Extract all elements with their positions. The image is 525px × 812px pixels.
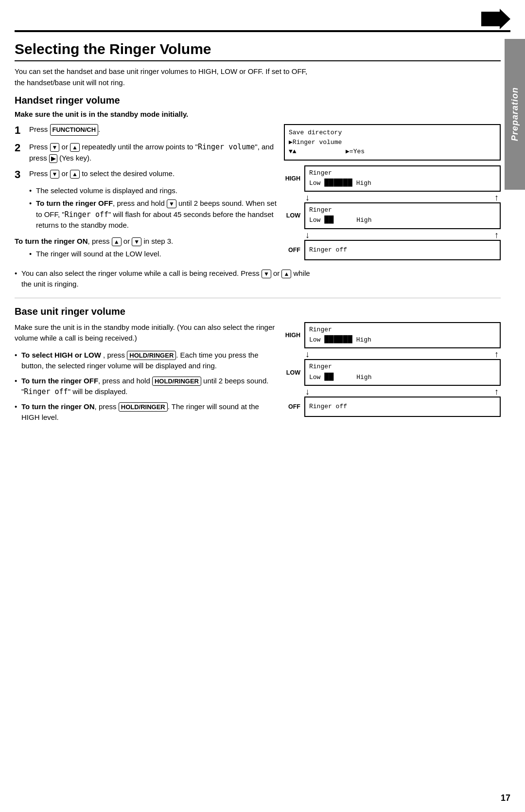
up-arrow-icon-2: ↑ — [494, 231, 499, 239]
extra-bullet-1: •You can also select the ringer volume w… — [15, 268, 316, 290]
base-two-col: Make sure the unit is in the standby mod… — [15, 322, 501, 427]
base-off-box: Ringer off — [304, 397, 501, 417]
base-right-col: HIGH Ringer Low ██████ High ↓ ↑ LOW Ring… — [284, 322, 501, 418]
base-bullet-1: • To select HIGH or LOW , press HOLD/RIN… — [15, 350, 277, 372]
high-box-line1: Ringer — [309, 169, 496, 178]
base-intro: Make sure the unit is in the standby mod… — [15, 322, 277, 344]
low-label: LOW — [284, 212, 302, 219]
off-box: Ringer off — [304, 240, 501, 260]
step-1-num: 1 — [15, 124, 25, 137]
base-low-vol-row: LOW Ringer Low ██ High — [284, 359, 501, 386]
handset-section: Handset ringer volume Make sure the unit… — [15, 95, 501, 290]
off-label: OFF — [284, 247, 302, 253]
hold-ringer-key-1: HOLD/RINGER — [127, 351, 176, 360]
base-low-label: LOW — [284, 369, 302, 376]
base-section: Base unit ringer volume Make sure the un… — [15, 306, 501, 427]
high-vol-row: HIGH Ringer Low ██████ High — [284, 165, 501, 192]
bullet-2: •To turn the ringer OFF, press and hold … — [29, 198, 277, 231]
base-bullet-2-bold: To turn the ringer OFF — [21, 377, 98, 385]
down-key-2: ▼ — [50, 170, 60, 179]
base-down-arrow-2: ↓ — [305, 387, 310, 396]
base-bullet-1-text: , press — [103, 351, 127, 359]
bold-instruction: Make sure the unit is in the standby mod… — [15, 110, 501, 118]
preparation-tab: Preparation — [505, 39, 525, 190]
base-bullet-1-bold: To select HIGH or LOW — [21, 351, 101, 359]
step-3-text: Press ▼ or ▲ to select the desired volum… — [29, 168, 175, 180]
high-box-line2: Low ██████ High — [309, 178, 496, 188]
low-box-line2: Low ██ High — [309, 215, 496, 225]
base-off-box-text: Ringer off — [309, 402, 496, 411]
down-key-3: ▼ — [167, 199, 176, 208]
base-down-arrow-1: ↓ — [305, 350, 310, 359]
step-2-text: Press ▼ or ▲ repeatedly until the arrow … — [29, 142, 277, 163]
page-number: 17 — [501, 793, 510, 803]
base-bullet-3-bold: To turn the ringer ON — [21, 402, 95, 411]
base-off-label: OFF — [284, 403, 302, 410]
up-key-5: ▲ — [281, 270, 291, 278]
step-3: 3 Press ▼ or ▲ to select the desired vol… — [15, 168, 277, 181]
step-1-text: Press FUNCTION/CH. — [29, 124, 100, 136]
high-label: HIGH — [284, 175, 302, 182]
intro-text: You can set the handset and base unit ri… — [15, 66, 316, 88]
base-arrows-1: ↓ ↑ — [284, 350, 501, 359]
handset-right-col: Save directory ▶Ringer volume ▼▲ ▶=Yes H… — [284, 124, 501, 261]
base-high-vol-row: HIGH Ringer Low ██████ High — [284, 322, 501, 349]
bullet-1: •The selected volume is displayed and ri… — [29, 185, 277, 197]
handset-heading: Handset ringer volume — [15, 95, 501, 106]
lcd-line-1: Save directory — [289, 128, 496, 138]
base-high-vol-box: Ringer Low ██████ High — [304, 322, 501, 349]
low-vol-box: Ringer Low ██ High — [304, 202, 501, 229]
page-title: Selecting the Ringer Volume — [15, 41, 501, 61]
base-up-arrow-1: ↑ — [494, 350, 499, 359]
extra-bullets: •You can also select the ringer volume w… — [15, 268, 316, 290]
base-bullet-2: • To turn the ringer OFF, press and hold… — [15, 376, 277, 397]
lcd-line-2: ▶Ringer volume — [289, 138, 496, 147]
base-bullet-3-text: , press — [95, 402, 119, 411]
top-bar — [15, 30, 510, 32]
up-key-3: ▲ — [112, 237, 122, 246]
hold-ringer-key-2: HOLD/RINGER — [152, 377, 201, 386]
up-key: ▲ — [70, 143, 80, 152]
right-key: ▶ — [49, 154, 57, 163]
turn-on-bullet: •The ringer will sound at the LOW level. — [15, 249, 277, 260]
base-arrows-2: ↓ ↑ — [284, 387, 501, 396]
turn-on-section: To turn the ringer ON, press ▲ or ▼ in s… — [15, 236, 277, 247]
handset-two-col: 1 Press FUNCTION/CH. 2 Press ▼ or ▲ repe… — [15, 124, 501, 261]
tab-label: Preparation — [510, 87, 520, 141]
up-arrow-icon: ↑ — [494, 193, 499, 202]
base-low-box-line1: Ringer — [309, 362, 496, 371]
base-bullet-3: • To turn the ringer ON, press HOLD/RING… — [15, 401, 277, 423]
off-box-text: Ringer off — [309, 246, 496, 254]
low-vol-row: LOW Ringer Low ██ High — [284, 202, 501, 229]
base-off-row: OFF Ringer off — [284, 397, 501, 417]
high-vol-box: Ringer Low ██████ High — [304, 165, 501, 192]
step-1: 1 Press FUNCTION/CH. — [15, 124, 277, 137]
base-left-col: Make sure the unit is in the standby mod… — [15, 322, 277, 427]
base-heading: Base unit ringer volume — [15, 306, 501, 317]
base-low-vol-box: Ringer Low ██ High — [304, 359, 501, 386]
down-key: ▼ — [50, 143, 60, 152]
lcd-display: Save directory ▶Ringer volume ▼▲ ▶=Yes — [284, 124, 501, 161]
svg-marker-0 — [481, 9, 510, 29]
base-high-box-line2: Low ██████ High — [309, 334, 496, 345]
down-key-5: ▼ — [262, 270, 271, 278]
base-up-arrow-2: ↑ — [494, 387, 499, 396]
base-low-box-line2: Low ██ High — [309, 372, 496, 382]
handset-left-col: 1 Press FUNCTION/CH. 2 Press ▼ or ▲ repe… — [15, 124, 277, 260]
down-arrow-icon: ↓ — [305, 193, 310, 202]
step-3-bullets: •The selected volume is displayed and ri… — [15, 185, 277, 231]
hold-ringer-key-3: HOLD/RINGER — [119, 402, 168, 412]
step-2: 2 Press ▼ or ▲ repeatedly until the arro… — [15, 142, 277, 163]
up-key-2: ▲ — [70, 170, 80, 179]
lcd-line-3: ▼▲ ▶=Yes — [289, 147, 496, 157]
arrows-low-off: ↓ ↑ — [284, 231, 501, 239]
arrows-high-low: ↓ ↑ — [284, 193, 501, 202]
section-divider — [15, 298, 501, 298]
down-key-4: ▼ — [132, 237, 141, 246]
low-box-line1: Ringer — [309, 206, 496, 215]
step-3-num: 3 — [15, 168, 25, 181]
step-2-num: 2 — [15, 142, 25, 154]
top-arrow-icon — [481, 9, 510, 29]
main-content: Selecting the Ringer Volume You can set … — [15, 38, 501, 793]
base-high-box-line1: Ringer — [309, 325, 496, 334]
